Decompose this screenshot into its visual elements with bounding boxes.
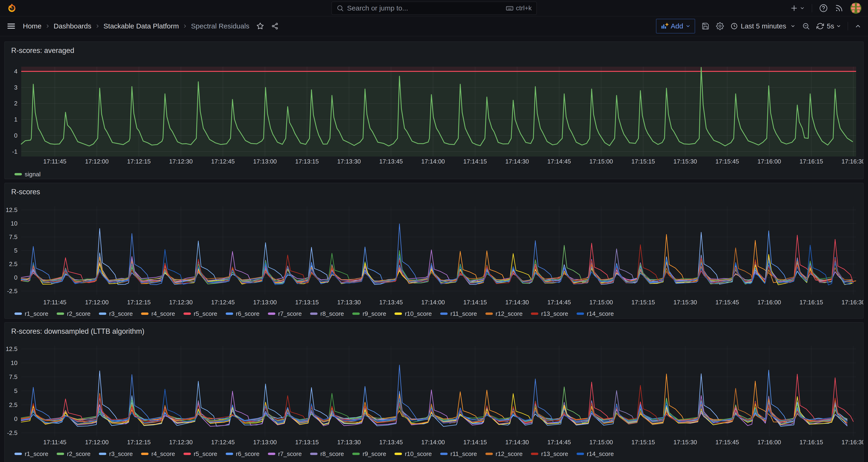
- dashboard-canvas: R-scores: averaged 43210-117:11:4517:12:…: [0, 36, 868, 462]
- breadcrumb-dashboards[interactable]: Dashboards: [54, 22, 91, 30]
- collapse-toolbar-button[interactable]: [855, 23, 862, 30]
- time-range-picker[interactable]: Last 5 minutes: [731, 22, 796, 30]
- refresh-button[interactable]: [816, 22, 824, 30]
- legend-swatch: [268, 312, 275, 315]
- chart-svg-0[interactable]: 43210-117:11:4517:12:0017:12:1517:12:301…: [5, 58, 863, 168]
- save-dashboard-button[interactable]: [702, 22, 709, 30]
- svg-text:17:15:15: 17:15:15: [631, 299, 655, 306]
- panel-title[interactable]: R-scores: downsampled (LTTB algorithm): [5, 322, 863, 339]
- legend-label: r5_score: [194, 310, 217, 317]
- legend-item-r5_score[interactable]: r5_score: [184, 450, 217, 458]
- svg-text:-2.5: -2.5: [7, 429, 18, 436]
- svg-text:10: 10: [11, 359, 18, 366]
- svg-text:1: 1: [14, 116, 18, 123]
- breadcrumb-home[interactable]: Home: [23, 22, 41, 30]
- chevron-down-icon: [800, 6, 805, 11]
- legend-label: r4_score: [151, 450, 175, 458]
- refresh-controls: 5s: [816, 22, 841, 30]
- legend-item-r2_score[interactable]: r2_score: [57, 310, 90, 317]
- help-icon: [819, 4, 828, 12]
- legend-item-r4_score[interactable]: r4_score: [141, 310, 175, 317]
- legend-label: r14_score: [587, 310, 614, 317]
- zoom-out-button[interactable]: [802, 22, 810, 30]
- svg-text:17:15:30: 17:15:30: [673, 439, 697, 446]
- legend-item-r7_score[interactable]: r7_score: [268, 450, 302, 458]
- series-r8_score[interactable]: [21, 391, 847, 423]
- legend-item-r10_score[interactable]: r10_score: [395, 450, 432, 458]
- gear-icon: [716, 22, 724, 30]
- legend-item-r4_score[interactable]: r4_score: [141, 450, 175, 458]
- legend-item-r5_score[interactable]: r5_score: [184, 310, 217, 317]
- series-r13_score[interactable]: [21, 385, 847, 423]
- legend-label: r4_score: [151, 310, 175, 317]
- legend-item-r1_score[interactable]: r1_score: [14, 310, 48, 317]
- legend-item-r12_score[interactable]: r12_score: [486, 310, 523, 317]
- chart-rscores-downsampled: 12.5107.552.50-2.517:11:4517:12:0017:12:…: [5, 339, 863, 447]
- chevron-down-icon: [790, 24, 796, 29]
- svg-text:17:11:45: 17:11:45: [43, 158, 66, 165]
- legend-item-r6_score[interactable]: r6_score: [226, 310, 259, 317]
- legend-item-r8_score[interactable]: r8_score: [310, 310, 344, 317]
- help-button[interactable]: [819, 4, 828, 12]
- legend-item-r14_score[interactable]: r14_score: [577, 310, 614, 317]
- legend-item-signal[interactable]: signal: [14, 171, 40, 178]
- legend-item-r2_score[interactable]: r2_score: [57, 450, 90, 458]
- legend-item-r12_score[interactable]: r12_score: [486, 450, 523, 458]
- clock-icon: [731, 22, 738, 30]
- user-avatar[interactable]: [850, 3, 862, 14]
- svg-text:17:13:30: 17:13:30: [337, 439, 361, 446]
- legend-item-r13_score[interactable]: r13_score: [531, 450, 568, 458]
- legend-item-r13_score[interactable]: r13_score: [531, 310, 568, 317]
- legend-item-r3_score[interactable]: r3_score: [99, 310, 133, 317]
- svg-text:17:14:30: 17:14:30: [505, 299, 529, 306]
- grafana-logo[interactable]: [6, 3, 17, 13]
- legend-item-r7_score[interactable]: r7_score: [268, 310, 302, 317]
- favorite-star-button[interactable]: [256, 22, 264, 30]
- svg-text:17:13:15: 17:13:15: [295, 439, 319, 446]
- svg-text:0: 0: [14, 415, 18, 422]
- legend-item-r10_score[interactable]: r10_score: [395, 310, 432, 317]
- share-button[interactable]: [271, 22, 279, 30]
- legend-item-r1_score[interactable]: r1_score: [14, 450, 48, 458]
- svg-text:17:13:00: 17:13:00: [253, 158, 277, 165]
- series-r4_score[interactable]: [21, 235, 856, 284]
- legend-swatch: [141, 312, 149, 315]
- legend-item-r11_score[interactable]: r11_score: [440, 310, 477, 317]
- panel-title[interactable]: R-scores: [5, 183, 863, 199]
- legend-swatch: [57, 453, 64, 455]
- new-menu-button[interactable]: [790, 4, 805, 12]
- refresh-interval-picker[interactable]: 5s: [827, 22, 841, 30]
- search-placeholder: Search or jump to...: [347, 4, 506, 12]
- chart-svg-1[interactable]: 12.5107.552.50-2.517:11:4517:12:0017:12:…: [5, 199, 863, 307]
- news-button[interactable]: [835, 4, 843, 12]
- save-icon: [702, 22, 709, 30]
- legend-swatch: [14, 453, 22, 455]
- legend-item-r9_score[interactable]: r9_score: [352, 310, 386, 317]
- chart-rscores-averaged: 43210-117:11:4517:12:0017:12:1517:12:301…: [5, 58, 863, 168]
- breadcrumb-folder[interactable]: Stackable Data Platform: [103, 22, 179, 30]
- svg-text:17:15:30: 17:15:30: [673, 299, 697, 306]
- series-r14_score[interactable]: [21, 389, 847, 424]
- chevron-up-icon: [855, 23, 862, 30]
- dashboard-settings-button[interactable]: [716, 22, 724, 30]
- legend-item-r14_score[interactable]: r14_score: [577, 450, 614, 458]
- svg-text:17:12:00: 17:12:00: [85, 299, 108, 306]
- chart-svg-2[interactable]: 12.5107.552.50-2.517:11:4517:12:0017:12:…: [5, 339, 863, 447]
- legend-item-r9_score[interactable]: r9_score: [352, 450, 386, 458]
- svg-text:17:14:00: 17:14:00: [421, 158, 445, 165]
- svg-text:17:14:00: 17:14:00: [421, 299, 445, 306]
- legend-item-r11_score[interactable]: r11_score: [440, 450, 477, 458]
- legend-item-r3_score[interactable]: r3_score: [99, 450, 133, 458]
- svg-text:17:12:30: 17:12:30: [169, 439, 193, 446]
- legend-item-r6_score[interactable]: r6_score: [226, 450, 259, 458]
- legend-swatch: [99, 453, 106, 455]
- svg-text:17:14:15: 17:14:15: [463, 299, 487, 306]
- panel-title[interactable]: R-scores: averaged: [5, 42, 863, 58]
- legend-rscores: r1_scorer2_scorer3_scorer4_scorer5_score…: [14, 309, 863, 318]
- search-input[interactable]: Search or jump to... ctrl+k: [332, 2, 537, 15]
- legend-item-r8_score[interactable]: r8_score: [310, 450, 344, 458]
- menu-toggle-button[interactable]: [6, 22, 16, 31]
- add-panel-button[interactable]: Add: [656, 19, 695, 33]
- svg-text:17:14:45: 17:14:45: [548, 158, 571, 165]
- panel-rscores-averaged: R-scores: averaged 43210-117:11:4517:12:…: [4, 41, 864, 179]
